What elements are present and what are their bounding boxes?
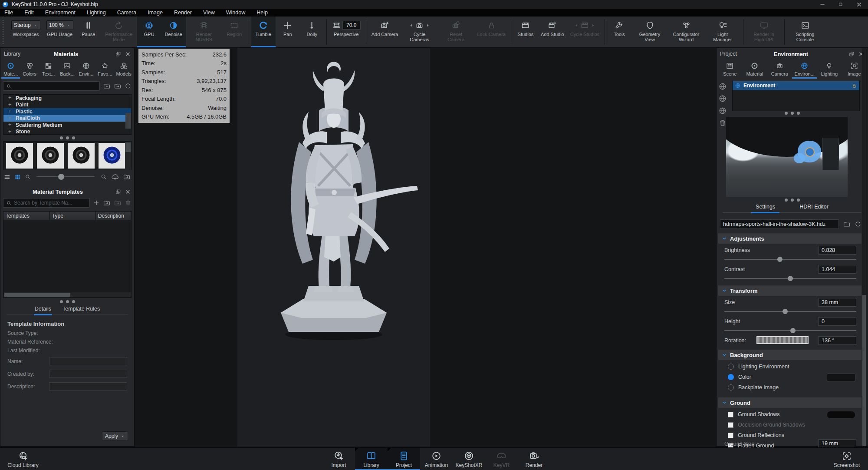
project-tab-scene[interactable]: Scene [717, 60, 742, 79]
expand-icon[interactable]: + [8, 122, 11, 128]
screenshot-button[interactable]: Screenshot [828, 448, 865, 470]
zoom-in-icon[interactable] [100, 173, 107, 180]
createdby-input[interactable] [49, 370, 127, 378]
expand-icon[interactable]: + [8, 102, 11, 108]
column-header-description[interactable]: Description [96, 212, 131, 220]
brightness-slider[interactable] [724, 257, 856, 262]
ribbon-animation-button[interactable]: Animation [420, 448, 453, 470]
perspective-value-field[interactable]: 70.0 [342, 21, 361, 30]
toolbar-workspaces-button[interactable]: StartupWorkspaces [8, 17, 43, 47]
environment-list-item[interactable]: Environment [733, 81, 859, 90]
project-tab-material[interactable]: Material [742, 60, 767, 79]
hdri-light-pin[interactable] [798, 141, 821, 162]
hdri-file-field[interactable]: hdrmaps-sports-hall-in-the-shadow-3K.hdz [720, 219, 839, 229]
library-tab-back[interactable]: Back... [58, 60, 76, 79]
toolbar-perspective-button[interactable]: 70.0Perspective [329, 17, 364, 47]
import-folder-icon[interactable] [123, 173, 131, 181]
name-input[interactable] [49, 357, 127, 365]
splitter-handle[interactable] [717, 199, 868, 202]
rotation-value-field[interactable]: 136 ° [818, 336, 856, 345]
toolbar-geometry-view-button[interactable]: Geometry View [631, 17, 668, 47]
radio-button[interactable] [728, 364, 734, 370]
list-view-icon[interactable] [4, 174, 10, 180]
add-template-icon[interactable] [93, 199, 100, 206]
thumbnail-size-slider[interactable] [35, 174, 96, 180]
ribbon-import-button[interactable]: Import [322, 448, 355, 470]
radio-button[interactable] [728, 374, 734, 380]
library-tab-envir[interactable]: Envir... [77, 60, 95, 79]
refresh-icon[interactable] [855, 221, 861, 228]
ribbon-project-button[interactable]: Project [388, 448, 420, 470]
library-tab-favo[interactable]: Favo... [95, 60, 114, 79]
toolbar-tools-button[interactable]: Tools [607, 17, 631, 47]
project-tab-camera[interactable]: Camera [767, 60, 792, 79]
section-header-ground[interactable]: Ground [718, 397, 861, 408]
section-header-background[interactable]: Background [718, 350, 861, 360]
toolbar-add-camera-button[interactable]: Add Camera [368, 17, 401, 47]
background-option-color[interactable]: Color [728, 374, 751, 380]
apply-button[interactable]: Apply [102, 431, 128, 441]
previous-icon[interactable] [409, 23, 414, 28]
toolbar-configurator-wizard-button[interactable]: Configurator Wizard [668, 17, 704, 47]
menu-lighting[interactable]: Lighting [87, 10, 106, 16]
splitter-handle[interactable] [0, 300, 134, 303]
ground-size-value-field[interactable]: 19 mm [818, 439, 856, 448]
close-button[interactable] [850, 0, 868, 9]
previous-icon[interactable] [574, 23, 579, 28]
thumbnail-scrollbar[interactable] [125, 142, 131, 170]
refresh-icon[interactable] [125, 83, 132, 89]
project-tab-lighting[interactable]: Lighting [817, 60, 842, 79]
checkbox[interactable] [728, 433, 733, 438]
column-header-type[interactable]: Type [50, 212, 96, 220]
add-folder-icon[interactable] [103, 82, 111, 90]
toolbar-pan-button[interactable]: Pan [276, 17, 300, 47]
toolbar-denoise-button[interactable]: Denoise [161, 17, 186, 47]
background-color-swatch[interactable] [827, 374, 855, 381]
environment-wire-icon[interactable] [718, 94, 727, 103]
tree-item-scattering-medium[interactable]: +Scattering Medium [3, 122, 131, 129]
project-tab-environ[interactable]: Environ... [792, 60, 817, 79]
menu-help[interactable]: Help [256, 10, 268, 16]
import-template-icon[interactable] [103, 199, 111, 207]
realtime-viewport[interactable]: Samples Per Sec:232.6Time:2sSamples:517T… [135, 48, 716, 447]
gpu-usage-dropdown[interactable]: 100 % [46, 20, 73, 30]
splitter-handle[interactable] [717, 112, 868, 115]
tab-hdri-editor[interactable]: HDRI Editor [795, 203, 833, 212]
open-folder-icon[interactable] [843, 220, 851, 228]
expand-icon[interactable]: + [8, 95, 11, 101]
brightness-value-field[interactable]: 0.828 [818, 246, 856, 255]
toolbar-add-studio-button[interactable]: Add Studio [538, 17, 567, 47]
column-header-templates[interactable]: Templates [3, 212, 50, 220]
workspaces-dropdown[interactable]: Startup [11, 20, 40, 30]
cloud-library-button[interactable]: Cloud Library [3, 448, 43, 470]
zoom-out-icon[interactable] [25, 174, 31, 180]
ground-option-ground-reflections[interactable]: Ground Reflections [728, 432, 784, 438]
rotation-drag-strip[interactable] [756, 336, 809, 344]
toolbar-dolly-button[interactable]: Dolly [300, 17, 324, 47]
toolbar-gpu-usage-button[interactable]: 100 %GPU Usage [43, 17, 76, 47]
menu-camera[interactable]: Camera [117, 10, 136, 16]
undock-icon[interactable] [115, 51, 121, 57]
tree-item-packaging[interactable]: +Packaging [3, 95, 131, 102]
move-folder-icon[interactable] [114, 82, 122, 90]
toolbar-gpu-button[interactable]: GPU [137, 17, 161, 47]
background-option-backplate-image[interactable]: Backplate Image [728, 384, 779, 391]
contrast-slider[interactable] [724, 276, 856, 281]
tree-item-plastic[interactable]: +Plastic [3, 108, 131, 115]
library-tab-text[interactable]: Text... [39, 60, 58, 79]
tab-settings[interactable]: Settings [751, 203, 779, 212]
radio-button[interactable] [728, 384, 734, 391]
toolbar-light-manager-button[interactable]: Light Manager [704, 17, 741, 47]
expand-icon[interactable]: + [8, 115, 11, 121]
contrast-value-field[interactable]: 1.044 [818, 265, 856, 274]
menu-environment[interactable]: Environment [45, 10, 76, 16]
hdri-preview[interactable] [726, 117, 848, 197]
tree-item-realcloth[interactable]: +RealCloth [3, 115, 131, 122]
realcloth-thumbnail-4[interactable] [99, 143, 125, 169]
section-header-transform[interactable]: Transform [718, 285, 861, 296]
library-tab-models[interactable]: Models [115, 60, 133, 79]
description-input[interactable] [49, 382, 127, 391]
menu-image[interactable]: Image [148, 10, 163, 16]
ribbon-library-button[interactable]: Library [355, 448, 388, 470]
project-panel-scrollbar[interactable] [862, 48, 867, 446]
